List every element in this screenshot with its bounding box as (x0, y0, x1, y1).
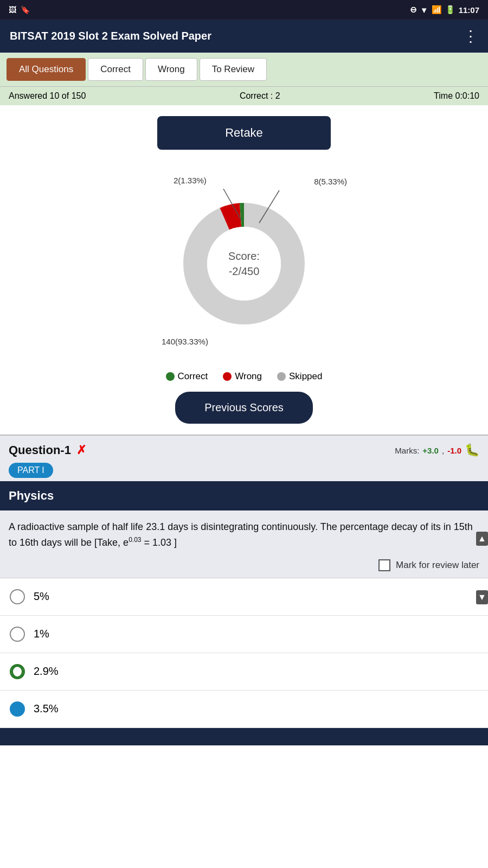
wrong-dot (223, 372, 232, 381)
radio-4[interactable] (10, 701, 25, 717)
tab-correct[interactable]: Correct (88, 58, 143, 81)
tab-wrong[interactable]: Wrong (145, 58, 197, 81)
photo-icon: 🖼 (9, 5, 16, 14)
signal-icon: 📶 (432, 5, 442, 15)
skipped-annotation: 140(93.33%) (162, 337, 208, 346)
skipped-dot (277, 372, 286, 381)
question-text-before: A radioactive sample of half life 23.1 d… (9, 521, 473, 548)
previous-scores-button[interactable]: Previous Scores (175, 392, 313, 424)
options-list: 5% 1% 2.9% 3.5% (0, 578, 488, 728)
option-2[interactable]: 1% (0, 616, 488, 653)
correct-legend-label: Correct (178, 371, 208, 382)
score-value: -2/450 (229, 265, 260, 277)
radio-2[interactable] (10, 627, 25, 642)
marks-info: Marks: +3.0, -1.0 🐛 (395, 443, 479, 457)
answered-count: Answered 10 of 150 (9, 91, 86, 101)
exponent: 0.03 (129, 536, 141, 544)
option-4-label: 3.5% (34, 703, 59, 715)
score-label: Score: (228, 250, 260, 262)
marks-label: Marks: (395, 446, 419, 455)
review-label: Mark for review later (396, 560, 479, 571)
option-3[interactable]: 2.9% (0, 653, 488, 691)
wrong-mark: ✗ (76, 443, 86, 457)
status-right: ⊖ ▼ 📶 🔋 11:07 (410, 5, 479, 15)
app-bar: BITSAT 2019 Slot 2 Exam Solved Paper ⋮ (0, 20, 488, 53)
clock: 11:07 (459, 5, 479, 15)
app-title: BITSAT 2019 Slot 2 Exam Solved Paper (10, 30, 211, 42)
scroll-down[interactable]: ▼ (476, 590, 488, 604)
marks-negative: -1.0 (447, 446, 461, 455)
legend-correct: Correct (166, 371, 208, 382)
bug-icon[interactable]: 🐛 (465, 443, 479, 457)
part-badge: PART I (9, 463, 53, 478)
correct-annotation: 2(1.33%) (174, 176, 207, 185)
battery-icon: 🔋 (445, 5, 455, 15)
question-section: Question-1 ✗ Marks: +3.0, -1.0 🐛 PART I … (0, 435, 488, 578)
scroll-up[interactable]: ▲ (476, 532, 488, 546)
legend-wrong: Wrong (223, 371, 262, 382)
chart-legend: Correct Wrong Skipped (166, 371, 323, 382)
bookmark-icon: 🔖 (21, 5, 30, 14)
option-4[interactable]: 3.5% (0, 691, 488, 728)
review-checkbox[interactable] (378, 559, 390, 571)
subject-bar: Physics (0, 481, 488, 510)
tab-to-review[interactable]: To Review (200, 58, 267, 81)
option-1[interactable]: 5% (0, 578, 488, 616)
info-bar: Answered 10 of 150 Correct : 2 Time 0:0:… (0, 86, 488, 105)
correct-count: Correct : 2 (240, 91, 280, 101)
time-display: Time 0:0:10 (434, 91, 479, 101)
legend-skipped: Skipped (277, 371, 322, 382)
review-row: Mark for review later (0, 556, 488, 578)
radio-3[interactable] (10, 664, 25, 679)
wrong-legend-label: Wrong (235, 371, 262, 382)
question-number-text: Question-1 (9, 443, 71, 457)
question-text-after: = 1.03 ] (141, 537, 177, 548)
marks-positive: +3.0 (422, 446, 439, 455)
option-2-label: 1% (34, 628, 49, 640)
score-center: Score: -2/450 (228, 248, 260, 279)
skipped-legend-label: Skipped (289, 371, 322, 382)
question-header: Question-1 ✗ Marks: +3.0, -1.0 🐛 (0, 436, 488, 459)
menu-button[interactable]: ⋮ (463, 27, 478, 45)
retake-button[interactable]: Retake (157, 116, 331, 150)
bottom-nav-bar (0, 728, 488, 745)
battery-minus-icon: ⊖ (410, 5, 417, 15)
status-icons: 🖼 🔖 (9, 5, 30, 14)
correct-dot (166, 372, 175, 381)
scrollbar[interactable]: ▲ ▼ (476, 532, 488, 604)
tab-all-questions[interactable]: All Questions (7, 58, 86, 81)
option-3-label: 2.9% (34, 665, 59, 678)
question-number: Question-1 ✗ (9, 443, 86, 457)
option-1-label: 5% (34, 590, 49, 603)
tab-bar: All Questions Correct Wrong To Review (0, 53, 488, 86)
wrong-annotation: 8(5.33%) (314, 177, 347, 186)
score-section: Retake 2(1.33%) 8(5.33%) Scor (0, 105, 488, 435)
wifi-icon: ▼ (420, 5, 428, 15)
status-bar: 🖼 🔖 ⊖ ▼ 📶 🔋 11:07 (0, 0, 488, 20)
question-body: A radioactive sample of half life 23.1 d… (0, 510, 488, 556)
radio-1[interactable] (10, 589, 25, 604)
